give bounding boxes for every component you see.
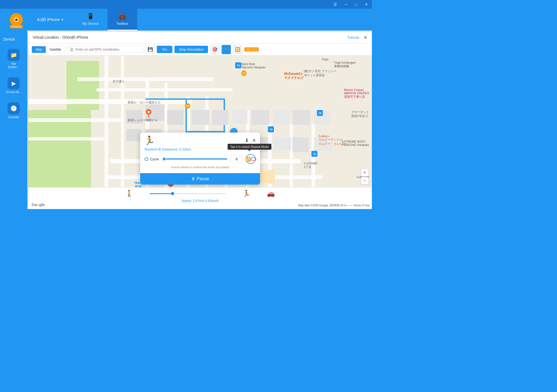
my-device-icon: 📱 xyxy=(87,13,94,20)
map-type-map[interactable]: Map xyxy=(32,46,46,53)
map-label-togo: Tōgō xyxy=(322,58,328,61)
route-distance-label: Route/A-B Distances: xyxy=(145,147,178,151)
device-dropdown-arrow: ▼ xyxy=(61,18,64,21)
location-center-btn[interactable]: 🎯 xyxy=(210,45,219,54)
car-speed-icon[interactable]: 🚗 xyxy=(267,190,275,197)
virtual-location-window: Virtual Location - Orion的 iPhone Tutoria… xyxy=(28,32,372,209)
cycle-slider[interactable] xyxy=(162,158,227,160)
minimize-btn[interactable]: ─ xyxy=(343,2,349,7)
file-explorer-label: FileExplor... xyxy=(8,62,19,69)
map-label-chome: 1 CHOME1丁目 xyxy=(304,162,317,169)
repeat-icon: 🔁 xyxy=(245,157,251,162)
control-panel: 🏃 ⬇ ✕ Route/A-B Distances: 0.32km xyxy=(140,133,260,185)
main-area: Device 📁 FileExplor... ▶ Screen M... 🕐 C… xyxy=(0,30,372,209)
map-label-closet: クローゼット原宿1号店 C xyxy=(351,110,369,118)
speed-icons: 🚶 🏃 🚗 xyxy=(125,190,275,197)
sidebar-item-file-explorer[interactable]: 📁 FileExplor... xyxy=(2,46,26,72)
map-label-marion: Marion CrepesMARION CREPES原宿竹下通り店 xyxy=(344,88,369,99)
sidebar-item-screen-mirror[interactable]: ▶ Screen M... xyxy=(2,74,26,97)
speed-value: 2.67m/s 9.62km/h xyxy=(193,199,219,203)
app-logo: Premium xyxy=(0,9,33,30)
tab-toolbox[interactable]: 💼 Toolbox xyxy=(108,9,137,30)
cycle-slider-thumb xyxy=(162,157,166,161)
tutorial-link[interactable]: Tutorial xyxy=(347,35,359,39)
vl-title: Virtual Location - Orion的 iPhone xyxy=(33,35,88,40)
stop-simulation-btn[interactable]: Stop Simulation xyxy=(175,46,208,53)
coord-input[interactable] xyxy=(76,48,141,51)
route-mode-btn[interactable]: 🔀 xyxy=(233,45,242,54)
speed-slider-fill xyxy=(150,193,173,194)
premium-badge: Premium xyxy=(10,25,23,28)
map-pin-food-2: 🍽 xyxy=(241,71,247,76)
panel-close-btn[interactable]: ✕ xyxy=(252,137,256,143)
save-coords-btn[interactable]: 💾 xyxy=(146,45,155,54)
zoom-out-btn[interactable]: − xyxy=(361,177,369,185)
speed-text: Speed: 2.67m/s 9.62km/h xyxy=(182,199,219,203)
map-attribution: Map data ©2018 Google, ZENRIN 20 m ─── T… xyxy=(298,204,370,207)
map-label-extreme: EXTREME BODYPIERCING Harajuku xyxy=(342,140,369,146)
walk-speed-icon[interactable]: 🚶 xyxy=(125,190,133,197)
map-pin-shopping-3: 🛍 xyxy=(311,151,317,157)
map-background xyxy=(28,56,372,209)
map-label-baird: Baird BeerTaproom Harajuku xyxy=(241,62,266,69)
map-label-mcdonalds: McDonald'sマクドナルド xyxy=(284,72,304,80)
tab-my-device[interactable]: 📱 My Device xyxy=(74,9,108,30)
control-panel-actions: ⬇ ✕ xyxy=(245,137,256,143)
g-yellow: o xyxy=(37,203,39,207)
device-selector[interactable]: AJ的 iPhone ▼ xyxy=(33,17,68,22)
cycle-text: Cycle xyxy=(150,157,159,161)
go-button[interactable]: Go xyxy=(157,46,172,53)
tooltip-box: Tap it to switch Repeat Mode xyxy=(228,144,271,150)
top-nav: Premium AJ的 iPhone ▼ 📱 My Device 💼 Toolb… xyxy=(0,9,372,30)
g-red2: e xyxy=(42,203,45,207)
coord-input-wrapper: ☰ xyxy=(68,46,144,53)
repeat-mode-btn[interactable]: 🔁 Tap it to switch Repeat Mode xyxy=(246,154,256,164)
speed-slider-thumb xyxy=(171,192,174,195)
restore-btn[interactable]: □ xyxy=(353,2,359,7)
file-explorer-icon: 📁 xyxy=(8,49,20,61)
download-btn[interactable]: ⬇ xyxy=(245,137,249,143)
map-type-group: Map Satellite xyxy=(32,46,65,53)
speed-slider[interactable] xyxy=(150,193,226,194)
screen-mirror-icon: ▶ xyxy=(8,77,20,89)
pause-button[interactable]: ⏸ Pause xyxy=(140,173,260,185)
screen-mirror-label: Screen M... xyxy=(6,90,21,94)
map-label-ponte: 原宿ル・ポンテ義宮ビル xyxy=(128,100,161,105)
map-toolbar: Map Satellite ☰ 💾 Go Stop Simulation 🎯 🚶… xyxy=(28,44,372,56)
nav-tabs: 📱 My Device 💼 Toolbox xyxy=(74,9,137,30)
walk-mode-btn[interactable]: 🚶 xyxy=(222,45,231,54)
zoom-in-btn[interactable]: + xyxy=(361,169,369,176)
svg-point-62 xyxy=(148,111,150,113)
route-distance-value: 0.32km xyxy=(179,147,191,151)
g-blue2: g xyxy=(39,203,42,207)
g-blue: G xyxy=(32,203,35,207)
sidebar: Device 📁 FileExplor... ▶ Screen M... 🕐 C… xyxy=(0,30,27,209)
map-type-satellite[interactable]: Satellite xyxy=(46,46,65,53)
list-icon: ☰ xyxy=(70,47,74,52)
vl-close-btn[interactable]: ✕ xyxy=(363,35,368,41)
logo-icon xyxy=(10,13,23,26)
map-label-sun-hoseki: (株)サン宝石 ファンシーポケット原宿店 xyxy=(304,69,336,77)
menu-btn[interactable]: ☰ xyxy=(332,2,339,7)
map-pin-food-1: 🍽 xyxy=(185,103,190,109)
cycle-count: 0 xyxy=(231,155,243,163)
console-label: Console xyxy=(8,115,19,119)
map-label-togo-kinder: Tōgō Kindergart東郷幼稚園 xyxy=(334,61,356,68)
tooltip-highlighted: Tap it to switch Repeat Mode xyxy=(251,157,256,161)
device-name: AJ的 iPhone xyxy=(37,17,60,22)
cycle-radio[interactable] xyxy=(145,157,148,161)
map-label-castle: 原宿シュロス城西ビル xyxy=(128,118,158,122)
control-panel-body: Route/A-B Distances: 0.32km Cycle 0 xyxy=(140,147,260,173)
close-btn[interactable]: ✕ xyxy=(363,2,370,7)
map-label-takeshita: 竹下通り xyxy=(113,79,125,84)
mouse-hint: mouse wheel to control the times accurat… xyxy=(145,166,256,170)
toolbox-label: Toolbox xyxy=(116,22,128,26)
map-pin-shopping-2: 🛍 xyxy=(317,110,323,116)
console-icon: 🕐 xyxy=(8,102,20,114)
map-container[interactable]: Tōgō Tōgō Kindergart東郷幼稚園 竹下通り 原宿ル・ポンテ義宮… xyxy=(28,56,372,209)
google-logo: Google xyxy=(32,203,45,207)
sidebar-title: Device xyxy=(0,35,27,44)
title-bar: ☰ ─ □ ✕ xyxy=(0,0,372,9)
run-speed-icon[interactable]: 🏃 xyxy=(242,190,250,197)
sidebar-item-console[interactable]: 🕐 Console xyxy=(2,99,26,122)
